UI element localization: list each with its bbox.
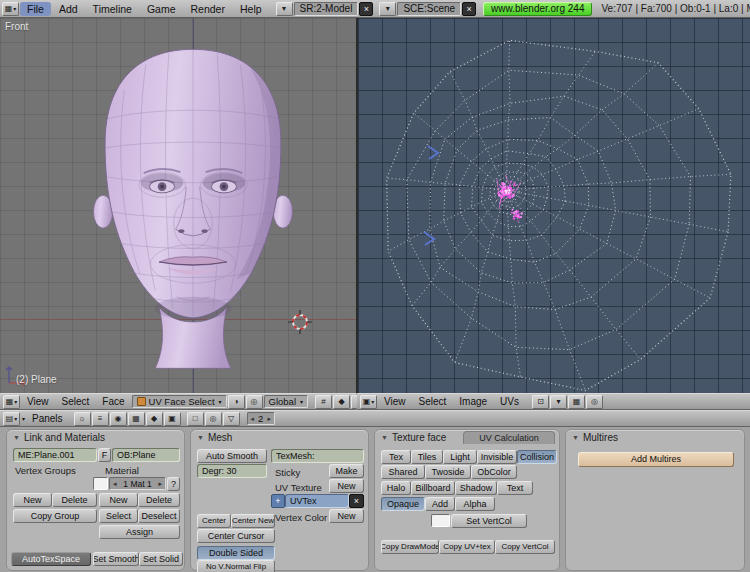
texmesh-field[interactable]: TexMesh: xyxy=(271,449,364,463)
uv-image-editor[interactable] xyxy=(358,18,750,393)
shadow-toggle[interactable]: Shadow xyxy=(455,481,497,495)
subcontext-button-2[interactable]: ◎ xyxy=(205,412,222,426)
panel-header[interactable]: ▼ Link and Materials xyxy=(13,432,105,443)
uvtex-name-field[interactable]: UVTex xyxy=(285,494,349,508)
viewport-3d[interactable]: Front xyxy=(0,18,356,393)
window-type-button[interactable]: ▦▾ xyxy=(2,2,19,16)
menu-file[interactable]: File xyxy=(20,2,51,16)
screen-name-field[interactable]: SR:2-Model xyxy=(294,2,359,16)
menu-game[interactable]: Game xyxy=(140,2,183,16)
scene-name-field[interactable]: SCE:Scene xyxy=(397,2,461,16)
pivot-button[interactable]: ◎ xyxy=(246,395,263,409)
menu-render[interactable]: Render xyxy=(184,2,232,16)
autotexspace-button[interactable]: AutoTexSpace xyxy=(11,552,91,566)
context-script-button[interactable]: ≡ xyxy=(92,412,109,426)
panel-header[interactable]: ▼ Texture face xyxy=(381,432,446,443)
editor-type-button[interactable]: ▣▾ xyxy=(360,395,377,409)
fake-user-button[interactable]: F xyxy=(98,448,111,462)
copy-vertcol-button[interactable]: Copy VertCol xyxy=(495,540,555,554)
tiles-toggle[interactable]: Tiles xyxy=(411,450,443,464)
mode-select-dropdown[interactable]: UV Face Select ▾ xyxy=(132,395,227,408)
set-vertcol-button[interactable]: Set VertCol xyxy=(451,514,527,528)
set-solid-button[interactable]: Set Solid xyxy=(139,552,183,566)
panel-header[interactable]: ▼ Mesh xyxy=(197,432,232,443)
menu-uvs[interactable]: UVs xyxy=(494,396,525,407)
uvtex-active-icon[interactable]: + xyxy=(271,494,285,508)
alpha-toggle[interactable]: Alpha xyxy=(455,497,495,511)
add-multires-button[interactable]: Add Multires xyxy=(578,452,734,467)
menu-select[interactable]: Select xyxy=(413,396,453,407)
context-logic-button[interactable]: ☼ xyxy=(74,412,91,426)
menu-view[interactable]: View xyxy=(21,396,55,407)
opaque-toggle[interactable]: Opaque xyxy=(381,497,425,511)
collision-toggle[interactable]: Collision xyxy=(517,450,557,464)
uvtex-delete-button[interactable]: × xyxy=(349,494,364,508)
image-new-button[interactable]: ▦ xyxy=(568,395,585,409)
subcontext-button-3[interactable]: ▽ xyxy=(223,412,240,426)
sticky-make-button[interactable]: Make xyxy=(329,464,364,478)
image-browse-button[interactable]: ▾ xyxy=(550,395,567,409)
material-new-button[interactable]: New xyxy=(99,493,138,507)
halo-toggle[interactable]: Halo xyxy=(381,481,411,495)
tex-toggle[interactable]: Tex xyxy=(381,450,411,464)
menu-face[interactable]: Face xyxy=(96,396,130,407)
version-button[interactable]: www.blender.org 244 xyxy=(483,2,592,16)
set-smooth-button[interactable]: Set Smooth xyxy=(93,552,139,566)
twoside-toggle[interactable]: Twoside xyxy=(425,465,471,479)
deselect-button[interactable]: Deselect xyxy=(138,509,180,523)
copy-group-button[interactable]: Copy Group xyxy=(13,509,97,523)
select-button[interactable]: Select xyxy=(99,509,138,523)
degr-number-field[interactable]: Degr: 30 xyxy=(197,464,267,478)
vertcol-swatch[interactable] xyxy=(431,514,450,527)
context-editing-button[interactable]: ◆ xyxy=(146,412,163,426)
update-lock-button[interactable]: ⊡ xyxy=(532,395,549,409)
panel-header[interactable]: ▼ Multires xyxy=(572,432,618,443)
screen-close-button[interactable]: × xyxy=(359,2,373,16)
text-toggle[interactable]: Text xyxy=(497,481,533,495)
editor-type-button[interactable]: ▤▾ xyxy=(3,412,20,426)
add-toggle[interactable]: Add xyxy=(425,497,455,511)
shared-toggle[interactable]: Shared xyxy=(381,465,425,479)
menu-image[interactable]: Image xyxy=(453,396,493,407)
invisible-toggle[interactable]: Invisible xyxy=(477,450,517,464)
draw-type-button[interactable]: ◑ xyxy=(228,395,245,409)
tab-texture-face[interactable]: Texture face xyxy=(392,432,446,443)
orientation-dropdown[interactable]: Global ▾ xyxy=(264,395,308,408)
menu-help[interactable]: Help xyxy=(233,2,269,16)
assign-button[interactable]: Assign xyxy=(99,525,180,539)
proportional-edit-button[interactable]: ◆ xyxy=(333,395,350,409)
material-help-button[interactable]: ? xyxy=(167,477,180,491)
auto-smooth-button[interactable]: Auto Smooth xyxy=(197,449,267,463)
menu-timeline[interactable]: Timeline xyxy=(86,2,139,16)
material-index-spinner[interactable]: ◂ 1 Mat 1 ▸ xyxy=(109,477,166,490)
billboard-toggle[interactable]: Billboard xyxy=(411,481,455,495)
center-new-button[interactable]: Center New xyxy=(231,514,275,528)
menu-select[interactable]: Select xyxy=(56,396,96,407)
scene-browse-button[interactable]: ▾ xyxy=(379,2,396,16)
context-shading-button[interactable]: ◉ xyxy=(110,412,127,426)
obcolor-toggle[interactable]: ObColor xyxy=(471,465,517,479)
double-sided-toggle[interactable]: Double Sided xyxy=(197,546,275,560)
menu-add[interactable]: Add xyxy=(52,2,85,16)
tab-uv-calculation[interactable]: UV Calculation xyxy=(463,431,555,444)
uv-pivot-button[interactable]: ◎ xyxy=(586,395,603,409)
scene-close-button[interactable]: × xyxy=(462,2,476,16)
context-scene-button[interactable]: ▣ xyxy=(164,412,181,426)
vertex-group-delete-button[interactable]: Delete xyxy=(52,493,97,507)
center-button[interactable]: Center xyxy=(197,514,231,528)
screen-browse-button[interactable]: ▾ xyxy=(276,2,293,16)
menu-view[interactable]: View xyxy=(378,396,412,407)
material-delete-button[interactable]: Delete xyxy=(138,493,180,507)
buttons-index-spinner[interactable]: ◂ 2 ▸ xyxy=(247,412,275,425)
light-toggle[interactable]: Light xyxy=(443,450,477,464)
vertex-color-new-button[interactable]: New xyxy=(329,509,364,523)
vertex-group-new-button[interactable]: New xyxy=(13,493,52,507)
center-cursor-button[interactable]: Center Cursor xyxy=(197,529,275,543)
no-vnormal-flip-toggle[interactable]: No V.Normal Flip xyxy=(197,560,275,572)
copy-drawmode-button[interactable]: Copy DrawMode xyxy=(381,540,439,554)
panels-menu[interactable]: Panels xyxy=(26,413,69,424)
mesh-name-field[interactable]: ME:Plane.001 xyxy=(13,448,97,462)
editor-type-button[interactable]: ▦▾ xyxy=(3,395,20,409)
material-color-swatch[interactable] xyxy=(93,477,108,490)
subcontext-button-1[interactable]: □ xyxy=(187,412,204,426)
